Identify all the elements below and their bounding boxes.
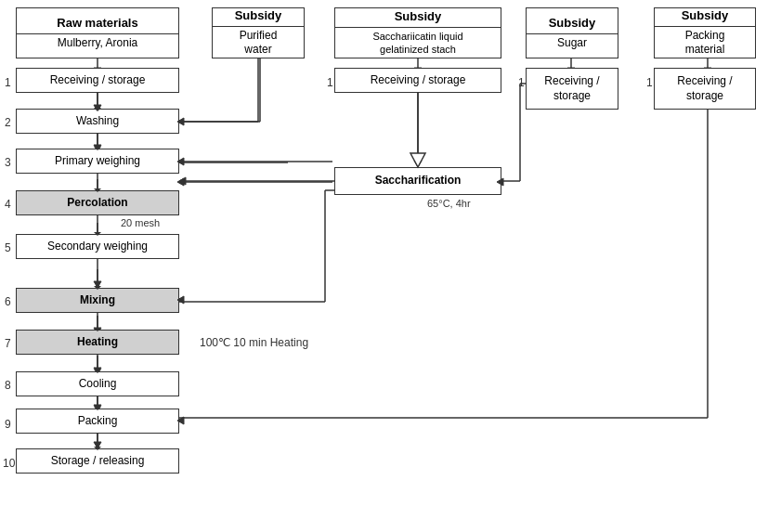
step-4-label: Percolation	[67, 196, 127, 211]
step-10-label: Storage / releasing	[51, 454, 145, 469]
col3-header-box: Subsidy Sacchariicatin liquidgelatinized…	[334, 7, 501, 58]
step-num-4: 4	[5, 198, 11, 211]
main-header-title: Raw materials	[17, 16, 178, 34]
col4-step-num-1: 1	[518, 76, 525, 89]
step-6-label: Mixing	[80, 293, 115, 308]
step-5-box: Secondary weighing	[16, 234, 179, 259]
col3-step1-label: Receiving / storage	[371, 73, 466, 88]
step-8-label: Cooling	[79, 377, 117, 392]
svg-marker-54	[177, 178, 184, 186]
col2-header-title: Subsidy	[213, 8, 304, 27]
col4-step1-label: Receiving /storage	[544, 74, 599, 103]
step-2-label: Washing	[76, 114, 119, 129]
col2-header-subtitle: Purifiedwater	[240, 27, 278, 58]
svg-marker-11	[94, 281, 101, 288]
step-num-10: 10	[3, 457, 15, 470]
process-flow-diagram: Raw materials Mulberry, Aronia 1 Receivi…	[0, 0, 768, 532]
step-7-box: Heating	[16, 330, 179, 355]
step-10-box: Storage / releasing	[16, 448, 179, 474]
step-5-label: Secondary weighing	[47, 240, 148, 254]
saccharification-box: Saccharification	[334, 167, 501, 195]
col4-header-title: Subsidy	[527, 16, 618, 34]
step-2-box: Washing	[16, 109, 179, 134]
col4-header-box: Subsidy Sugar	[526, 7, 618, 58]
main-header-box: Raw materials Mulberry, Aronia	[16, 7, 179, 58]
step-9-label: Packing	[78, 414, 118, 429]
main-header-subtitle: Mulberry, Aronia	[58, 34, 137, 51]
saccharification-label: Saccharification	[375, 174, 462, 188]
step-1-label: Receiving / storage	[50, 73, 146, 88]
col5-header-box: Subsidy Packingmaterial	[654, 7, 756, 58]
step-num-9: 9	[5, 418, 11, 431]
percolation-note: 20 mesh	[121, 217, 160, 228]
col4-step1-box: Receiving /storage	[526, 68, 618, 110]
step-num-6: 6	[5, 295, 11, 308]
col3-step1-box: Receiving / storage	[334, 68, 501, 93]
step-4-box: Percolation	[16, 190, 179, 215]
col5-header-subtitle: Packingmaterial	[685, 27, 725, 58]
col3-step-num-1: 1	[327, 76, 333, 89]
step-3-box: Primary weighing	[16, 149, 179, 174]
step-3-label: Primary weighing	[55, 154, 140, 169]
svg-marker-28	[179, 177, 186, 185]
col4-header-subtitle: Sugar	[557, 34, 587, 51]
step-6-box: Mixing	[16, 288, 179, 313]
step-num-8: 8	[5, 379, 11, 392]
col5-step1-box: Receiving /storage	[654, 68, 756, 110]
saccharification-note: 65°C, 4hr	[427, 198, 471, 209]
step-num-3: 3	[5, 156, 11, 169]
step-num-1: 1	[5, 76, 11, 89]
svg-marker-19	[94, 442, 101, 448]
col5-step1-label: Receiving /storage	[677, 74, 732, 103]
col3-header-subtitle: Sacchariicatin liquidgelatinized stach	[372, 28, 462, 57]
col3-header-title: Subsidy	[335, 9, 501, 28]
col2-header-box: Subsidy Purifiedwater	[212, 7, 305, 58]
step-1-box: Receiving / storage	[16, 68, 179, 93]
step-8-box: Cooling	[16, 371, 179, 396]
step-num-5: 5	[5, 241, 11, 254]
step-num-7: 7	[5, 337, 11, 350]
svg-marker-47	[410, 153, 425, 167]
step-num-2: 2	[5, 116, 11, 129]
step-7-label: Heating	[77, 335, 118, 350]
step-9-box: Packing	[16, 409, 179, 434]
hollow-arrow-svg	[409, 93, 436, 169]
heating-note: 100℃ 10 min Heating	[200, 336, 308, 349]
col5-step-num-1: 1	[646, 76, 653, 89]
col5-header-title: Subsidy	[655, 8, 755, 27]
